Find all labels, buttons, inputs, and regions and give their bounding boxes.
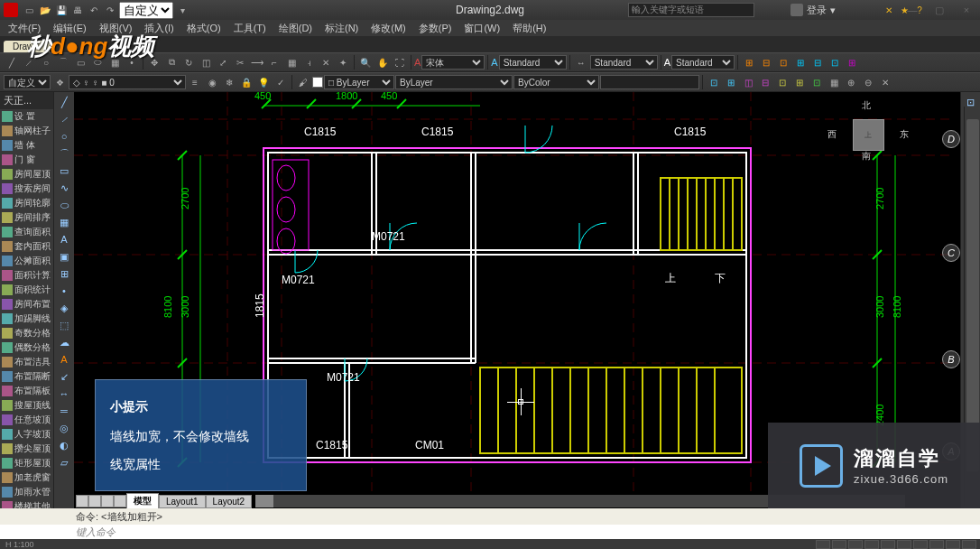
- panel-item[interactable]: 加老虎窗: [0, 470, 53, 485]
- menu-draw[interactable]: 绘图(D): [274, 22, 317, 35]
- misc-icon-8[interactable]: ▦: [826, 74, 842, 90]
- help-search-input[interactable]: 輸入关键字或短语: [628, 3, 754, 17]
- panel-item[interactable]: 布置洁具: [0, 355, 53, 369]
- text-a-icon[interactable]: A: [414, 57, 421, 68]
- panel-item[interactable]: 偶数分格: [0, 340, 53, 355]
- extend-icon[interactable]: ⟶: [249, 54, 265, 70]
- explode-icon[interactable]: ✦: [335, 54, 351, 70]
- panel-item[interactable]: 房间轮廓: [0, 196, 53, 210]
- layer-freeze-icon[interactable]: ❄: [221, 74, 237, 90]
- tc-donut-icon[interactable]: ◎: [56, 420, 72, 436]
- minimize-button[interactable]: —: [899, 0, 926, 20]
- erase-icon[interactable]: ✕: [318, 54, 334, 70]
- fillet-icon[interactable]: ⌐: [266, 54, 282, 70]
- panel-item[interactable]: 奇数分格: [0, 326, 53, 340]
- tc-block-icon[interactable]: ▣: [56, 248, 72, 265]
- tab-layout2[interactable]: Layout2: [206, 495, 253, 508]
- misc-icon-10[interactable]: ⊖: [860, 74, 876, 90]
- lineweight-select[interactable]: ByColor: [513, 75, 599, 89]
- panel-item[interactable]: 布置隔板: [0, 384, 53, 398]
- panel-item[interactable]: 面积统计: [0, 283, 53, 297]
- sb-qp-icon[interactable]: [962, 540, 976, 549]
- misc-icon-7[interactable]: ⊡: [809, 74, 825, 90]
- panel-item[interactable]: 矩形屋顶: [0, 456, 53, 470]
- open-icon[interactable]: 📂: [38, 3, 52, 17]
- login-dropdown-icon[interactable]: ▾: [830, 5, 836, 16]
- linetype-select[interactable]: ByLayer: [395, 75, 513, 89]
- panel-item[interactable]: 设 置: [0, 109, 53, 124]
- mirror-icon[interactable]: ◫: [198, 54, 214, 70]
- sb-ortho-icon[interactable]: [848, 540, 863, 549]
- panel-item[interactable]: 人字坡顶: [0, 427, 53, 442]
- misc-icon-1[interactable]: ⊡: [706, 74, 722, 90]
- tc-mtext-icon[interactable]: A: [56, 351, 72, 368]
- layer-state-icon[interactable]: ≡: [187, 74, 203, 90]
- menu-modify[interactable]: 修改(M): [366, 22, 411, 35]
- color-select[interactable]: □ ByLayer: [324, 75, 394, 89]
- maximize-button[interactable]: ▢: [926, 0, 953, 20]
- tab-first-icon[interactable]: ⏮: [76, 495, 88, 507]
- sb-osnap-icon[interactable]: [881, 540, 895, 549]
- qa-dropdown-icon[interactable]: ▾: [175, 3, 190, 17]
- sb-lwt-icon[interactable]: [929, 540, 944, 549]
- grid-icon-5[interactable]: ⊟: [809, 54, 826, 70]
- table-style-icon[interactable]: A: [664, 57, 670, 68]
- panel-item[interactable]: 查询面积: [0, 225, 53, 239]
- pan-icon[interactable]: ✋: [374, 54, 391, 70]
- layer-off-icon[interactable]: 💡: [255, 74, 272, 90]
- text-style-select[interactable]: Standard: [499, 55, 567, 70]
- grid-icon-7[interactable]: ⊞: [844, 54, 860, 70]
- sb-snap-icon[interactable]: [816, 540, 830, 549]
- tc-pline-icon[interactable]: ⟋: [56, 111, 72, 127]
- menu-window[interactable]: 窗口(W): [459, 22, 504, 35]
- print-icon[interactable]: 🖶: [70, 3, 85, 17]
- panel-item[interactable]: 公摊面积: [0, 254, 53, 268]
- save-icon[interactable]: 💾: [54, 3, 69, 17]
- menu-dimension[interactable]: 标注(N): [320, 22, 363, 35]
- panel-item[interactable]: 套内面积: [0, 239, 53, 254]
- menu-help[interactable]: 帮助(H): [508, 22, 550, 35]
- dim-style-icon[interactable]: ↔: [573, 54, 589, 70]
- panel-item[interactable]: 门 窗: [0, 153, 53, 167]
- zoom-extents-icon[interactable]: ⛶: [392, 54, 408, 70]
- sb-polar-icon[interactable]: [864, 540, 879, 549]
- panel-item[interactable]: 房间屋顶: [0, 167, 53, 181]
- redo-icon[interactable]: ↷: [103, 3, 117, 17]
- grid-icon-2[interactable]: ⊟: [758, 54, 774, 70]
- tab-last-icon[interactable]: ⏭: [114, 495, 126, 507]
- tc-circle-icon[interactable]: ○: [56, 128, 72, 144]
- tab-prev-icon[interactable]: ◀: [88, 495, 101, 507]
- tab-model[interactable]: 模型: [126, 493, 159, 509]
- layer-iso-icon[interactable]: ◉: [204, 74, 220, 90]
- layer-select[interactable]: ◇ ♀ ♀ ■ 0: [69, 75, 186, 89]
- grid-icon-6[interactable]: ⊡: [827, 54, 843, 70]
- tab-layout1[interactable]: Layout1: [159, 495, 206, 508]
- tc-region-icon[interactable]: ◈: [56, 300, 72, 316]
- trim-icon[interactable]: ✂: [232, 54, 248, 70]
- panel-item[interactable]: 墙 体: [0, 138, 53, 153]
- exchange-icon[interactable]: ✕: [883, 4, 895, 16]
- tc-dim-icon[interactable]: ↔: [56, 386, 72, 402]
- layer-lock-icon[interactable]: 🔒: [238, 74, 254, 90]
- font-select[interactable]: 宋体: [421, 55, 485, 70]
- misc-icon-6[interactable]: ⊞: [791, 74, 808, 90]
- menu-parametric[interactable]: 参数(P): [414, 22, 457, 35]
- zoom-icon[interactable]: 🔍: [357, 54, 374, 70]
- sb-model-icon[interactable]: [946, 540, 960, 549]
- custom-select[interactable]: 自定义: [4, 75, 51, 89]
- layer-match-icon[interactable]: ✓: [273, 74, 289, 90]
- panel-item[interactable]: 房间布置: [0, 297, 53, 312]
- login-button[interactable]: 登录 ▾: [790, 4, 836, 17]
- misc-icon-3[interactable]: ◫: [740, 74, 756, 90]
- menu-tools[interactable]: 工具(T): [229, 22, 271, 35]
- tc-ellipse-icon[interactable]: ⬭: [56, 197, 72, 213]
- panel-item[interactable]: 加雨水管: [0, 485, 53, 499]
- panel-item[interactable]: 面积计算: [0, 268, 53, 283]
- tc-hatch-icon[interactable]: ▦: [56, 214, 72, 230]
- match-props-icon[interactable]: 🖌: [295, 74, 311, 90]
- copy-icon[interactable]: ⧉: [163, 54, 180, 70]
- tc-boundary-icon[interactable]: ▱: [56, 454, 72, 470]
- rotate-icon[interactable]: ↻: [180, 54, 197, 70]
- panel-item[interactable]: 搜索房间: [0, 181, 53, 196]
- undo-icon[interactable]: ↶: [87, 3, 101, 17]
